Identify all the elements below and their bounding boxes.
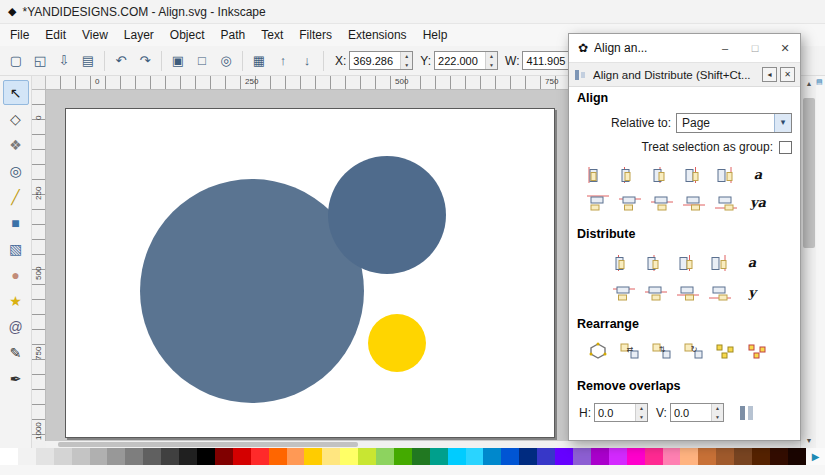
palette-swatch[interactable]: [466, 448, 484, 465]
exchange-positions-stacking-order-button[interactable]: ⇅: [647, 339, 677, 362]
spin-down-icon[interactable]: ▼: [636, 413, 647, 422]
node-tool[interactable]: ◇: [3, 106, 29, 131]
palette-swatch[interactable]: [770, 448, 788, 465]
palette-swatch[interactable]: [179, 448, 197, 465]
palette-swatch[interactable]: [448, 448, 466, 465]
copy-button[interactable]: ▣: [167, 50, 189, 72]
zoom-page-button[interactable]: ◎: [215, 50, 237, 72]
palette-swatch[interactable]: [483, 448, 501, 465]
print-button[interactable]: ▤: [77, 50, 99, 72]
palette-swatch[interactable]: [107, 448, 125, 465]
palette-swatch[interactable]: [376, 448, 394, 465]
align-left-to-anchor-right-button[interactable]: [711, 163, 741, 186]
spiral-tool[interactable]: @: [3, 314, 29, 339]
palette-swatch[interactable]: [412, 448, 430, 465]
lower-button[interactable]: ↓: [296, 50, 318, 72]
randomize-centers-button[interactable]: [711, 339, 741, 362]
palette-swatch[interactable]: [72, 448, 90, 465]
save-document-button[interactable]: ⇩: [53, 50, 75, 72]
palette-swatch[interactable]: [394, 448, 412, 465]
rectangle-tool[interactable]: ■: [3, 210, 29, 235]
distribute-left-edges-button[interactable]: [609, 251, 639, 274]
new-document-button[interactable]: ▢: [5, 50, 27, 72]
palette-swatch[interactable]: [304, 448, 322, 465]
spin-down-icon[interactable]: ▼: [401, 61, 412, 70]
align-top-edges-button[interactable]: [615, 191, 645, 214]
palette-swatch[interactable]: [663, 448, 681, 465]
medium-slate-circle[interactable]: [328, 156, 446, 274]
remove-overlaps-button[interactable]: [732, 401, 762, 424]
palette-scroll-right-icon[interactable]: ▶: [806, 448, 825, 465]
align-top-to-anchor-bottom-button[interactable]: [711, 191, 741, 214]
distribute-top-edges-button[interactable]: [609, 281, 639, 304]
panel-back-icon[interactable]: ◂: [762, 67, 777, 82]
palette-swatch[interactable]: [680, 448, 698, 465]
palette-swatch[interactable]: [125, 448, 143, 465]
spin-down-icon[interactable]: ▼: [712, 413, 723, 422]
align-text-vertical-button[interactable]: ya: [743, 191, 773, 214]
panel-close-icon[interactable]: ✕: [780, 67, 795, 82]
undo-button[interactable]: ↶: [110, 50, 132, 72]
v-input[interactable]: [671, 404, 711, 421]
palette-swatch[interactable]: [501, 448, 519, 465]
align-text-horizontal-button[interactable]: a: [743, 163, 773, 186]
small-yellow-circle[interactable]: [368, 314, 426, 372]
star-tool[interactable]: ★: [3, 288, 29, 313]
group-button[interactable]: ▦: [248, 50, 270, 72]
open-document-button[interactable]: ◱: [29, 50, 51, 72]
palette-swatch[interactable]: [734, 448, 752, 465]
palette-swatch[interactable]: [358, 448, 376, 465]
palette-swatch[interactable]: [645, 448, 663, 465]
spin-up-icon[interactable]: ▲: [486, 52, 497, 61]
palette-swatch[interactable]: [0, 448, 18, 465]
palette-swatch[interactable]: [322, 448, 340, 465]
palette-swatch[interactable]: [36, 448, 54, 465]
palette-swatch[interactable]: [788, 448, 806, 465]
palette-swatch[interactable]: [287, 448, 305, 465]
palette-swatch[interactable]: [591, 448, 609, 465]
menu-edit[interactable]: Edit: [37, 26, 74, 44]
relative-to-select[interactable]: Page ▾: [676, 113, 792, 133]
x-field-input[interactable]: [350, 52, 400, 69]
distribute-equal-horizontal-gaps-button[interactable]: [705, 251, 735, 274]
y-field-input[interactable]: [435, 52, 485, 69]
palette-swatch[interactable]: [519, 448, 537, 465]
center-on-horizontal-axis-button[interactable]: [647, 191, 677, 214]
menu-filters[interactable]: Filters: [291, 26, 340, 44]
palette-swatch[interactable]: [143, 448, 161, 465]
palette-swatch[interactable]: [215, 448, 233, 465]
spin-down-icon[interactable]: ▼: [486, 61, 497, 70]
zoom-tool[interactable]: ◎: [3, 158, 29, 183]
distribute-equal-vertical-gaps-button[interactable]: [705, 281, 735, 304]
center-on-vertical-axis-button[interactable]: [647, 163, 677, 186]
distribute-right-edges-button[interactable]: [673, 251, 703, 274]
palette-swatch[interactable]: [573, 448, 591, 465]
menu-path[interactable]: Path: [213, 26, 254, 44]
dialog-close-button[interactable]: ✕: [770, 34, 800, 62]
treat-selection-checkbox[interactable]: [779, 141, 792, 154]
menu-object[interactable]: Object: [162, 26, 213, 44]
horizontal-scroll-thumb[interactable]: [58, 442, 358, 447]
vertical-scroll-thumb[interactable]: [803, 98, 815, 248]
w-field-input[interactable]: [523, 52, 573, 69]
spin-up-icon[interactable]: ▲: [636, 404, 647, 413]
redo-button[interactable]: ↷: [134, 50, 156, 72]
scroll-down-icon[interactable]: ▼: [801, 433, 817, 448]
raise-button[interactable]: ↑: [272, 50, 294, 72]
palette-swatch[interactable]: [54, 448, 72, 465]
dialog-maximize-button[interactable]: □: [740, 34, 770, 62]
distribute-text-horizontal-button[interactable]: a: [737, 251, 767, 274]
palette-swatch[interactable]: [340, 448, 358, 465]
palette-swatch[interactable]: [161, 448, 179, 465]
dialog-minimize-button[interactable]: –: [710, 34, 740, 62]
menu-text[interactable]: Text: [253, 26, 291, 44]
distribute-bottom-edges-button[interactable]: [673, 281, 703, 304]
snap-toolbar-icon[interactable]: ▤: [816, 78, 823, 86]
measure-tool[interactable]: ╱: [3, 184, 29, 209]
palette-swatch[interactable]: [698, 448, 716, 465]
menu-view[interactable]: View: [74, 26, 116, 44]
palette-swatch[interactable]: [430, 448, 448, 465]
menu-extensions[interactable]: Extensions: [340, 26, 415, 44]
dialog-titlebar[interactable]: ✿ Align an... – □ ✕: [569, 34, 800, 62]
h-input[interactable]: [595, 404, 635, 421]
